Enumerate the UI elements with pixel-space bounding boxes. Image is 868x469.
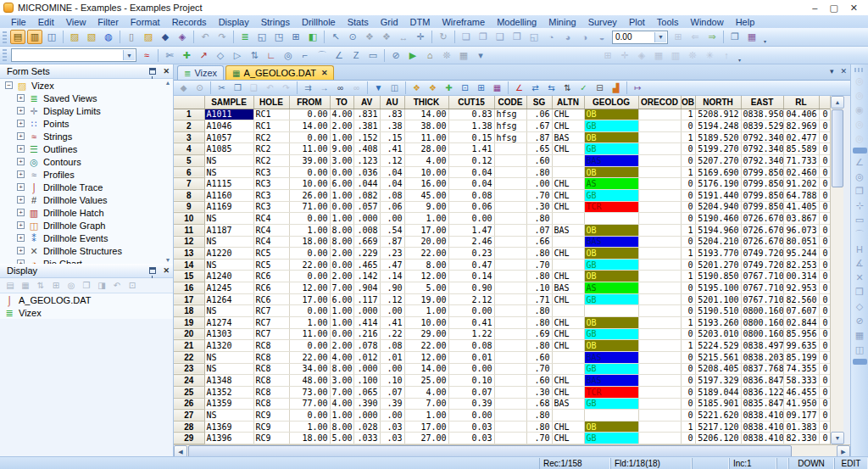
grid-cell[interactable]: 0800.160 xyxy=(741,328,783,340)
redo-icon[interactable]: ↷ xyxy=(279,81,293,95)
grid-cell[interactable]: 18.00 xyxy=(289,433,330,444)
grid-cell[interactable]: 0792.340 xyxy=(741,131,783,143)
grid-cell[interactable]: 0838.950 xyxy=(741,109,783,120)
grid-cell[interactable]: 0 xyxy=(819,201,830,213)
render-image-icon[interactable]: ▦ xyxy=(744,30,760,44)
row-number-cell[interactable]: 17 xyxy=(174,293,204,305)
grid-cell[interactable]: A1396 xyxy=(204,433,253,444)
menu-file[interactable]: File xyxy=(5,17,32,27)
grid-cell[interactable]: 20.00 xyxy=(404,236,448,248)
grid-cell[interactable]: 0.00 xyxy=(289,305,330,317)
grid-cell[interactable]: 0 xyxy=(681,410,695,422)
grid-cell[interactable] xyxy=(494,340,526,352)
save-file-icon[interactable]: ◆ xyxy=(176,81,191,95)
grid-cell[interactable]: .15 xyxy=(380,131,404,143)
sidebar-item-drillhole-events[interactable]: +⁑Drillhole Events xyxy=(0,232,173,244)
grid-cell[interactable]: BAS xyxy=(584,155,638,167)
grid-cell[interactable]: 8.00 xyxy=(330,236,353,248)
paste-layer-icon[interactable]: ◨ xyxy=(95,279,108,292)
grid-cell[interactable]: 04.406 xyxy=(783,109,819,120)
layer-links-icon[interactable]: ◎ xyxy=(64,279,78,292)
grid-cell[interactable]: 0726.670 xyxy=(741,213,783,225)
grid-cell[interactable] xyxy=(584,305,638,317)
grid-cell[interactable]: 0.00 xyxy=(448,410,494,422)
grid-cell[interactable]: 22.00 xyxy=(289,259,330,271)
grid-cell[interactable] xyxy=(638,282,681,294)
grid-cell[interactable]: 0 xyxy=(819,363,830,375)
filter-icon[interactable]: ▼ xyxy=(371,81,386,95)
grid-cell[interactable]: CHL xyxy=(552,386,584,398)
grid-cell[interactable]: 58.333 xyxy=(783,375,819,387)
grid-cell[interactable]: CHL xyxy=(552,178,584,190)
grid-cell[interactable] xyxy=(638,120,681,132)
grid-cell[interactable]: 0839.529 xyxy=(741,120,783,132)
column-header-altn[interactable]: ALTN xyxy=(552,96,584,109)
pan-drag-icon[interactable]: ❖ xyxy=(379,30,394,44)
grid-cell[interactable]: BAS xyxy=(552,131,584,143)
menu-display[interactable]: Display xyxy=(213,17,255,27)
grid-cell[interactable] xyxy=(638,178,681,190)
grid-cell[interactable]: CHL xyxy=(552,375,584,387)
grid-cell[interactable]: 1 xyxy=(681,421,695,433)
grid-cell[interactable]: 5203.010 xyxy=(695,328,741,340)
grid-cell[interactable]: 0 xyxy=(681,351,695,363)
grid-cell[interactable]: GB xyxy=(584,120,638,132)
grid-cell[interactable]: RC9 xyxy=(253,410,289,422)
grid-cell[interactable]: RC2 xyxy=(253,131,289,143)
menu-grid[interactable]: Grid xyxy=(375,17,404,27)
grid-cell[interactable]: 0 xyxy=(681,375,695,387)
grid-cell[interactable] xyxy=(494,317,526,329)
grid-cell[interactable]: BAS xyxy=(552,398,584,410)
grid-cell[interactable]: 5176.190 xyxy=(695,178,741,190)
web-sync-icon[interactable]: ◍ xyxy=(101,30,116,44)
grid-cell[interactable]: CHL xyxy=(552,317,584,329)
grid-cell[interactable]: CHL xyxy=(552,189,584,201)
grid-cell[interactable]: .408 xyxy=(353,143,380,155)
row-number-cell[interactable]: 21 xyxy=(174,340,204,352)
grid-cell[interactable]: 02.844 xyxy=(783,317,819,329)
grid-cell[interactable]: 0 xyxy=(819,155,830,167)
grid-cell[interactable]: 45.00 xyxy=(404,189,448,201)
grid-cell[interactable]: .07 xyxy=(526,224,552,236)
grid-cell[interactable]: 0838.410 xyxy=(741,433,783,444)
grid-cell[interactable]: 0 xyxy=(819,317,830,329)
grid-cell[interactable] xyxy=(494,293,526,305)
grid-cell[interactable]: 0799.850 xyxy=(741,166,783,178)
bulb-on-icon[interactable]: ◉ xyxy=(853,103,867,117)
sidebar-item-saved-views[interactable]: +≣Saved Views xyxy=(0,92,173,104)
undo-icon[interactable]: ↶ xyxy=(198,30,213,44)
grid-cell[interactable]: 99.635 xyxy=(783,340,819,352)
grid-cell[interactable]: 0 xyxy=(819,328,830,340)
grid-cell[interactable]: 5.00 xyxy=(404,282,448,294)
column-header-extra[interactable] xyxy=(819,96,830,109)
sphere-view-1-icon[interactable]: ◔ xyxy=(543,30,559,44)
grid-cell[interactable]: 4.00 xyxy=(404,155,448,167)
grid-cell[interactable]: .23 xyxy=(380,248,404,260)
grid-cell[interactable]: 1.00 xyxy=(289,421,330,433)
sidebar-item-strings[interactable]: +≈Strings xyxy=(0,130,173,142)
grid-cell[interactable]: 1.00 xyxy=(330,305,353,317)
angle-tool-icon[interactable]: ∠ xyxy=(853,155,867,170)
form-sets-toggle-icon[interactable]: ▤ xyxy=(10,30,25,44)
grid-cell[interactable]: 41.405 xyxy=(783,201,819,213)
grid-cell[interactable]: RC4 xyxy=(253,213,289,225)
grid-cell[interactable]: 0 xyxy=(681,398,695,410)
grid-cell[interactable]: .00 xyxy=(380,410,404,422)
grid-cell[interactable]: 5208.912 xyxy=(695,109,741,120)
grid-cell[interactable] xyxy=(638,143,681,155)
grid-cell[interactable]: RC8 xyxy=(253,340,289,352)
grid-cell[interactable]: 10.00 xyxy=(289,178,330,190)
grid-cell[interactable]: 5.00 xyxy=(330,433,353,444)
grid-cell[interactable]: 0835.847 xyxy=(741,398,783,410)
undo-icon[interactable]: ↶ xyxy=(263,81,277,95)
grid-tool-3-icon[interactable]: ◈ xyxy=(634,48,649,63)
grid-cell[interactable]: 92.953 xyxy=(783,282,819,294)
grid-cell[interactable]: 0799.850 xyxy=(741,201,783,213)
arc-tool-icon[interactable]: ⌒ xyxy=(314,48,330,63)
close-icon[interactable]: ✕ xyxy=(163,67,170,75)
column-header-geolog[interactable]: GEOLOG xyxy=(584,96,638,109)
grid-cell[interactable]: .03 xyxy=(380,421,404,433)
column-header-au[interactable]: AU xyxy=(380,96,404,109)
section-grid-icon[interactable]: ⊞ xyxy=(670,30,686,44)
zoom-icon[interactable]: ⊙ xyxy=(345,30,360,44)
